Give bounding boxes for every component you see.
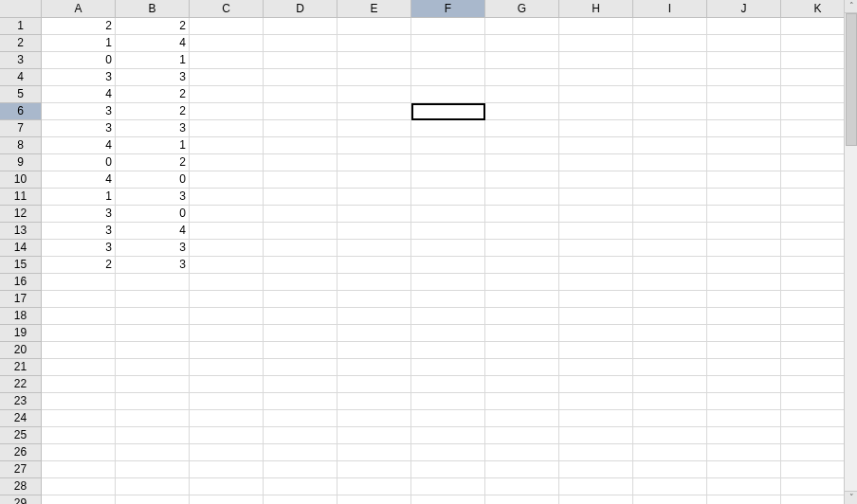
cell-i15[interactable] [633, 257, 707, 274]
row-header-16[interactable]: 16 [0, 274, 42, 291]
cell-d10[interactable] [264, 171, 337, 189]
cell-d9[interactable] [264, 154, 337, 171]
cell-b20[interactable] [116, 342, 190, 359]
cell-d28[interactable] [264, 478, 337, 495]
cell-k24[interactable] [781, 410, 844, 427]
row-header-1[interactable]: 1 [0, 18, 42, 35]
cell-h17[interactable] [559, 291, 633, 308]
cell-a8[interactable]: 4 [42, 137, 116, 154]
cell-k29[interactable] [781, 495, 844, 504]
row-header-6[interactable]: 6 [0, 103, 42, 120]
cell-h28[interactable] [559, 478, 633, 495]
cell-i18[interactable] [633, 308, 707, 325]
cell-g21[interactable] [485, 359, 559, 376]
cell-f29[interactable] [411, 495, 485, 504]
cell-j10[interactable] [707, 171, 781, 189]
vertical-scrollbar[interactable]: ˄ ˅ [844, 0, 857, 504]
row-header-3[interactable]: 3 [0, 52, 42, 69]
scroll-thumb[interactable] [846, 13, 857, 146]
cell-b18[interactable] [116, 308, 190, 325]
cell-b12[interactable]: 0 [116, 206, 190, 223]
row-header-29[interactable]: 29 [0, 495, 42, 504]
row-header-13[interactable]: 13 [0, 223, 42, 240]
column-header-c[interactable]: C [190, 0, 264, 18]
row-header-20[interactable]: 20 [0, 342, 42, 359]
cell-c10[interactable] [190, 171, 264, 189]
cell-a22[interactable] [42, 376, 116, 393]
cell-j16[interactable] [707, 274, 781, 291]
cell-g12[interactable] [485, 206, 559, 223]
cell-g28[interactable] [485, 478, 559, 495]
cell-i2[interactable] [633, 35, 707, 52]
cell-g1[interactable] [485, 18, 559, 35]
cell-f8[interactable] [411, 137, 485, 154]
cell-h21[interactable] [559, 359, 633, 376]
cell-g7[interactable] [485, 120, 559, 137]
cell-k22[interactable] [781, 376, 844, 393]
cell-e23[interactable] [337, 393, 411, 410]
cell-i5[interactable] [633, 86, 707, 103]
cell-a25[interactable] [42, 427, 116, 444]
cell-c14[interactable] [190, 240, 264, 257]
cell-d13[interactable] [264, 223, 337, 240]
cell-j5[interactable] [707, 86, 781, 103]
cell-h27[interactable] [559, 461, 633, 478]
row-header-4[interactable]: 4 [0, 69, 42, 86]
cell-a28[interactable] [42, 478, 116, 495]
cell-a18[interactable] [42, 308, 116, 325]
cell-k5[interactable] [781, 86, 844, 103]
cell-g19[interactable] [485, 325, 559, 342]
cell-j9[interactable] [707, 154, 781, 171]
cell-j26[interactable] [707, 444, 781, 461]
cell-e9[interactable] [337, 154, 411, 171]
cell-f2[interactable] [411, 35, 485, 52]
cell-g18[interactable] [485, 308, 559, 325]
cell-f13[interactable] [411, 223, 485, 240]
cell-c7[interactable] [190, 120, 264, 137]
cell-i22[interactable] [633, 376, 707, 393]
cell-j13[interactable] [707, 223, 781, 240]
cell-f24[interactable] [411, 410, 485, 427]
row-header-26[interactable]: 26 [0, 444, 42, 461]
cell-g29[interactable] [485, 495, 559, 504]
cell-f7[interactable] [411, 120, 485, 137]
cell-g14[interactable] [485, 240, 559, 257]
column-header-h[interactable]: H [559, 0, 633, 18]
cell-j22[interactable] [707, 376, 781, 393]
cell-k6[interactable] [781, 103, 844, 120]
cell-k23[interactable] [781, 393, 844, 410]
cell-b15[interactable]: 3 [116, 257, 190, 274]
cell-f27[interactable] [411, 461, 485, 478]
cell-k25[interactable] [781, 427, 844, 444]
cell-j27[interactable] [707, 461, 781, 478]
cell-j4[interactable] [707, 69, 781, 86]
cell-e15[interactable] [337, 257, 411, 274]
cell-a11[interactable]: 1 [42, 189, 116, 206]
cell-e13[interactable] [337, 223, 411, 240]
cell-k3[interactable] [781, 52, 844, 69]
cell-h25[interactable] [559, 427, 633, 444]
cell-h7[interactable] [559, 120, 633, 137]
cell-k28[interactable] [781, 478, 844, 495]
cell-i25[interactable] [633, 427, 707, 444]
cell-i23[interactable] [633, 393, 707, 410]
column-header-b[interactable]: B [116, 0, 190, 18]
cell-c18[interactable] [190, 308, 264, 325]
cell-b1[interactable]: 2 [116, 18, 190, 35]
cell-d14[interactable] [264, 240, 337, 257]
cell-h19[interactable] [559, 325, 633, 342]
row-header-25[interactable]: 25 [0, 427, 42, 444]
cell-d6[interactable] [264, 103, 337, 120]
cell-i28[interactable] [633, 478, 707, 495]
cell-j24[interactable] [707, 410, 781, 427]
cell-i9[interactable] [633, 154, 707, 171]
row-header-23[interactable]: 23 [0, 393, 42, 410]
cell-c12[interactable] [190, 206, 264, 223]
cell-e17[interactable] [337, 291, 411, 308]
cell-d17[interactable] [264, 291, 337, 308]
cell-b5[interactable]: 2 [116, 86, 190, 103]
cell-f11[interactable] [411, 189, 485, 206]
cell-e19[interactable] [337, 325, 411, 342]
cell-i4[interactable] [633, 69, 707, 86]
cell-c11[interactable] [190, 189, 264, 206]
